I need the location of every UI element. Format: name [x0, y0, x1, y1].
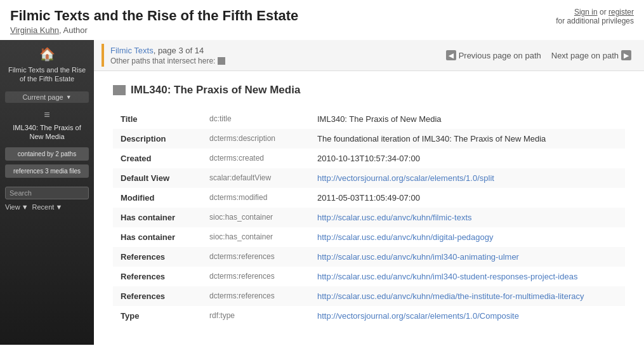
- meta-value-link[interactable]: http://scalar.usc.edu/anvc/kuhn/media/th…: [317, 291, 584, 301]
- meta-label: Has container: [113, 208, 202, 227]
- table-row: Referencesdcterms:referenceshttp://scala…: [113, 267, 625, 286]
- sidebar-book-title: Filmic Texts and the Rise of the Fifth E…: [5, 65, 89, 84]
- next-page-button[interactable]: Next page on path ▶: [546, 49, 636, 62]
- meta-value: IML340: The Praxis of New Media: [310, 109, 625, 129]
- meta-value-link[interactable]: http://scalar.usc.edu/anvc/kuhn/digital-…: [317, 232, 494, 242]
- meta-label: References: [113, 286, 202, 306]
- meta-value: 2011-05-03T11:05:49-07:00: [310, 188, 625, 208]
- table-row: Descriptiondcterms:descriptionThe founda…: [113, 129, 625, 149]
- meta-value-link[interactable]: http://scalar.usc.edu/anvc/kuhn/iml340-s…: [317, 272, 577, 281]
- table-row: Titledc:titleIML340: The Praxis of New M…: [113, 109, 625, 129]
- path-other-paths: Other paths that intersect here:: [110, 57, 225, 65]
- meta-label: Title: [113, 109, 202, 129]
- meta-term: dcterms:references: [202, 247, 310, 267]
- header-auth: Sign in or register for additional privi…: [556, 8, 634, 25]
- author-link[interactable]: Virginia Kuhn: [10, 25, 59, 35]
- meta-term: dcterms:references: [202, 286, 310, 306]
- svg-rect-0: [114, 86, 124, 87]
- meta-value: 2010-10-13T10:57:34-07:00: [310, 149, 625, 168]
- svg-rect-1: [114, 88, 124, 90]
- author-line: Virginia Kuhn, Author: [10, 25, 556, 35]
- meta-term: dcterms:created: [202, 149, 310, 168]
- path-bar: Filmic Texts, page 3 of 14 Other paths t…: [94, 40, 644, 71]
- meta-label: Created: [113, 149, 202, 168]
- references-media-badge[interactable]: references 3 media files: [5, 164, 89, 178]
- page-heading-text: IML340: The Praxis of New Media: [131, 84, 300, 97]
- path-indicator: [102, 44, 104, 67]
- path-page-info: , page 3 of 14: [154, 46, 204, 55]
- recent-chevron-icon: ▼: [55, 203, 62, 211]
- path-name-link[interactable]: Filmic Texts: [110, 46, 154, 55]
- table-row: Modifieddcterms:modified2011-05-03T11:05…: [113, 188, 625, 208]
- meta-label: Default View: [113, 168, 202, 188]
- meta-term: dcterms:modified: [202, 188, 310, 208]
- meta-value: The foundational iteration of IML340: Th…: [310, 129, 625, 149]
- meta-value-link[interactable]: http://scalar.usc.edu/anvc/kuhn/filmic-t…: [317, 213, 472, 222]
- meta-value-link[interactable]: http://scalar.usc.edu/anvc/kuhn/iml340-a…: [317, 252, 519, 262]
- meta-label: Has container: [113, 227, 202, 247]
- meta-term: sioc:has_container: [202, 208, 310, 227]
- chevron-down-icon: ▼: [66, 94, 72, 100]
- search-input[interactable]: [5, 187, 89, 199]
- sidebar-page-title: IML340: The Praxis of New Media: [5, 123, 89, 142]
- page-heading: IML340: The Praxis of New Media: [113, 84, 625, 97]
- meta-term: dcterms:references: [202, 267, 310, 286]
- page-content: IML340: The Praxis of New Media Titledc:…: [94, 71, 644, 338]
- page-icon: ≡: [5, 109, 89, 121]
- meta-label: Modified: [113, 188, 202, 208]
- main-layout: 🏠 Filmic Texts and the Rise of the Fifth…: [0, 40, 644, 345]
- meta-label: Description: [113, 129, 202, 149]
- current-page-label: Current page: [22, 93, 63, 101]
- table-row: Typerdf:typehttp://vectorsjournal.org/sc…: [113, 306, 625, 326]
- contained-paths-badge[interactable]: contained by 2 paths: [5, 147, 89, 161]
- prev-arrow-icon: ◀: [446, 50, 456, 60]
- signin-link[interactable]: Sign in: [574, 8, 598, 17]
- meta-value[interactable]: http://scalar.usc.edu/anvc/kuhn/digital-…: [310, 227, 625, 247]
- meta-value-link[interactable]: http://vectorsjournal.org/scalar/element…: [317, 311, 519, 321]
- table-row: Default Viewscalar:defaultViewhttp://vec…: [113, 168, 625, 188]
- path-bar-left: Filmic Texts, page 3 of 14 Other paths t…: [102, 44, 225, 67]
- meta-value[interactable]: http://scalar.usc.edu/anvc/kuhn/media/th…: [310, 286, 625, 306]
- view-dropdown[interactable]: View ▼: [5, 203, 29, 211]
- table-row: Has containersioc:has_containerhttp://sc…: [113, 227, 625, 247]
- table-row: Referencesdcterms:referenceshttp://scala…: [113, 286, 625, 306]
- next-arrow-icon: ▶: [621, 50, 631, 60]
- meta-value[interactable]: http://vectorsjournal.org/scalar/element…: [310, 168, 625, 188]
- privileges-text: for additional privileges: [556, 17, 634, 25]
- meta-label: References: [113, 267, 202, 286]
- prev-page-label: Previous page on path: [459, 51, 541, 60]
- meta-label: Type: [113, 306, 202, 326]
- meta-value[interactable]: http://scalar.usc.edu/anvc/kuhn/iml340-s…: [310, 267, 625, 286]
- prev-page-button[interactable]: ◀ Previous page on path: [441, 49, 546, 62]
- other-paths-icon: [218, 57, 225, 65]
- svg-rect-3: [114, 93, 124, 95]
- recent-dropdown[interactable]: Recent ▼: [32, 203, 63, 211]
- meta-term: rdf:type: [202, 306, 310, 326]
- document-icon: [113, 85, 126, 95]
- next-page-label: Next page on path: [551, 51, 619, 60]
- meta-term: sioc:has_container: [202, 227, 310, 247]
- sidebar: 🏠 Filmic Texts and the Rise of the Fifth…: [0, 40, 94, 345]
- meta-term: scalar:defaultView: [202, 168, 310, 188]
- table-row: Has containersioc:has_containerhttp://sc…: [113, 208, 625, 227]
- recent-label: Recent: [32, 203, 55, 211]
- path-name-line: Filmic Texts, page 3 of 14: [110, 46, 225, 55]
- path-info: Filmic Texts, page 3 of 14 Other paths t…: [110, 46, 225, 65]
- view-chevron-icon: ▼: [22, 203, 29, 211]
- home-icon: 🏠: [5, 46, 89, 62]
- register-link[interactable]: register: [608, 8, 634, 17]
- page-title: Filmic Texts and the Rise of the Fifth E…: [10, 8, 556, 24]
- header: Filmic Texts and the Rise of the Fifth E…: [0, 0, 644, 40]
- metadata-table: Titledc:titleIML340: The Praxis of New M…: [113, 109, 625, 326]
- header-title-area: Filmic Texts and the Rise of the Fifth E…: [10, 8, 556, 35]
- meta-label: References: [113, 247, 202, 267]
- meta-value[interactable]: http://vectorsjournal.org/scalar/element…: [310, 306, 625, 326]
- meta-value-link[interactable]: http://vectorsjournal.org/scalar/element…: [317, 173, 494, 183]
- author-suffix: , Author: [59, 25, 88, 35]
- meta-value[interactable]: http://scalar.usc.edu/anvc/kuhn/iml340-a…: [310, 247, 625, 267]
- svg-rect-2: [114, 91, 124, 92]
- view-recent-bar: View ▼ Recent ▼: [5, 203, 89, 211]
- view-label: View: [5, 203, 20, 211]
- current-page-dropdown[interactable]: Current page ▼: [5, 91, 89, 103]
- meta-value[interactable]: http://scalar.usc.edu/anvc/kuhn/filmic-t…: [310, 208, 625, 227]
